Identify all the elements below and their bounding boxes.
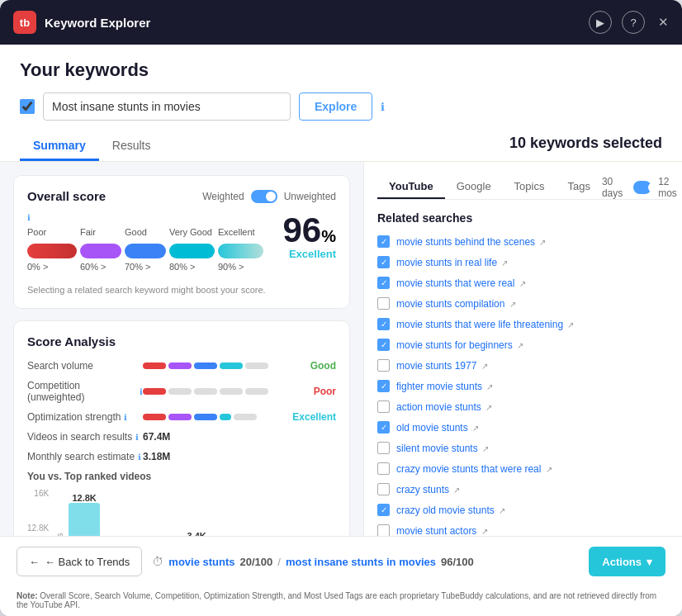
bar-poor (27, 244, 77, 258)
related-item: crazy movie stunts that were real ↗ (377, 460, 669, 477)
score-title: Overall score (27, 189, 106, 203)
related-checkbox[interactable]: ✓ (377, 421, 390, 434)
time-toggle-switch[interactable] (633, 181, 652, 194)
note-text: Note: Overall Score, Search Volume, Comp… (0, 586, 682, 616)
analysis-row-monthly: Monthly search estimate ℹ 3.18M (27, 451, 336, 462)
related-text[interactable]: movie stunts in real life ↗ (396, 257, 669, 268)
titlebar: tb Keyword Explorer ▶ ? ✕ (0, 0, 682, 45)
related-text[interactable]: movie stunts behind the scenes ↗ (396, 236, 669, 248)
related-text[interactable]: action movie stunts ↗ (396, 401, 669, 413)
bar-verygood (169, 244, 215, 258)
scale-info-icon: ℹ (27, 213, 31, 222)
score-scale-bars (27, 244, 263, 258)
related-text[interactable]: movie stunt actors ↗ (396, 525, 669, 537)
app-title: Keyword Explorer (45, 16, 589, 30)
clock-icon: ⏱ (152, 555, 163, 568)
related-checkbox[interactable]: ✓ (377, 235, 390, 248)
related-text[interactable]: crazy stunts ↗ (396, 484, 669, 495)
search-row: Explore ℹ (20, 92, 662, 121)
related-checkbox[interactable]: ✓ (377, 256, 390, 268)
external-link-icon: ↗ (472, 424, 479, 433)
related-item: ✓movie stunts for beginners ↗ (377, 336, 669, 353)
label-monthly: Monthly search estimate ℹ (27, 451, 143, 462)
help-icon[interactable]: ? (622, 11, 645, 34)
related-checkbox[interactable] (377, 483, 390, 495)
related-text[interactable]: movie stunts that were real ↗ (396, 277, 669, 289)
chart-area: You vs. Top ranked videos 16K 12.8K 0 Vi… (27, 471, 336, 536)
play-icon[interactable]: ▶ (589, 11, 612, 34)
score-number: 96 (282, 211, 321, 249)
bar-good (125, 244, 166, 258)
keyword-checkbox[interactable] (20, 99, 35, 114)
external-link-icon: ↗ (481, 527, 488, 536)
tab-results[interactable]: Results (99, 132, 164, 161)
scale-pct-labels: 0% > 60% > 70% > 80% > 90% > (27, 262, 263, 272)
related-text[interactable]: old movie stunts ↗ (396, 422, 669, 434)
keywords-count: 10 keywords selected (509, 135, 662, 159)
related-checkbox[interactable] (377, 442, 390, 454)
related-checkbox[interactable]: ✓ (377, 380, 390, 392)
left-panel: Overall score Weighted Unweighted ℹ (0, 162, 363, 536)
pct-good: 70% > (125, 262, 166, 272)
tab-google[interactable]: Google (445, 175, 503, 199)
result-optimization: Excellent (287, 411, 336, 423)
label-poor: Poor (27, 227, 77, 237)
related-text[interactable]: fighter movie stunts ↗ (396, 381, 669, 392)
bar-v5 (245, 362, 268, 369)
related-checkbox[interactable]: ✓ (377, 318, 390, 330)
related-checkbox[interactable] (377, 297, 390, 310)
explore-button[interactable]: Explore (299, 92, 372, 121)
close-icon[interactable]: ✕ (658, 15, 669, 30)
related-item: movie stunt actors ↗ (377, 522, 669, 536)
actions-button[interactable]: Actions ▾ (589, 547, 665, 576)
bottom-bar: ← ← Back to Trends ⏱ movie stunts 20/100… (0, 536, 682, 586)
related-item: ✓movie stunts that were life threatening… (377, 315, 669, 333)
related-text[interactable]: crazy old movie stunts ↗ (396, 505, 669, 516)
related-checkbox[interactable] (377, 400, 390, 413)
bc-sep: / (277, 556, 281, 568)
search-input[interactable] (43, 92, 291, 121)
bar-v3 (194, 362, 217, 369)
bc-link2[interactable]: most insane stunts in movies (286, 556, 436, 568)
app-window: tb Keyword Explorer ▶ ? ✕ Your keywords … (0, 0, 682, 616)
back-button[interactable]: ← ← Back to Trends (17, 547, 142, 576)
external-link-icon: ↗ (486, 382, 493, 391)
related-item: ✓movie stunts that were real ↗ (377, 274, 669, 291)
scale-labels: Poor Fair Good Very Good Excellent (27, 227, 263, 237)
bc-score1: 20/100 (240, 556, 273, 568)
label-videos: Videos in search results ℹ (27, 431, 143, 443)
tab-youtube[interactable]: YouTube (377, 175, 445, 199)
score-display: 96% Excellent (282, 213, 336, 260)
score-percent: % (321, 227, 336, 245)
related-item: movie stunts 1977 ↗ (377, 357, 669, 374)
related-checkbox[interactable]: ✓ (377, 277, 390, 289)
unweighted-label: Unweighted (284, 191, 336, 202)
weighted-toggle-switch[interactable] (251, 190, 277, 203)
score-header: Overall score Weighted Unweighted (27, 189, 336, 203)
bar-avg-val: 12.8K (72, 493, 96, 503)
related-checkbox[interactable] (377, 359, 390, 372)
bar-c3 (194, 388, 217, 395)
tab-topics[interactable]: Topics (503, 175, 556, 199)
related-item: movie stunts compilation ↗ (377, 295, 669, 312)
related-text[interactable]: movie stunts for beginners ↗ (396, 339, 669, 351)
y-axis-title: Views (55, 489, 65, 536)
info-row: ℹ (27, 213, 263, 222)
external-link-icon: ↗ (546, 465, 552, 474)
tab-summary[interactable]: Summary (20, 132, 99, 161)
bc-link1[interactable]: movie stunts (168, 556, 234, 568)
time-toggle: 30 days 12 mos (602, 176, 681, 199)
tab-tags[interactable]: Tags (556, 175, 601, 199)
related-text[interactable]: crazy movie stunts that were real ↗ (396, 463, 669, 475)
platform-tabs: YouTube Google Topics Tags 30 days 12 mo… (377, 175, 669, 200)
related-checkbox[interactable] (377, 462, 390, 475)
chart-wrapper: 16K 12.8K 0 Views 12.8K (27, 489, 336, 536)
related-text[interactable]: movie stunts compilation ↗ (396, 298, 669, 310)
related-checkbox[interactable]: ✓ (377, 339, 390, 351)
related-text[interactable]: movie stunts 1977 ↗ (396, 360, 669, 372)
related-text[interactable]: silent movie stunts ↗ (396, 443, 669, 454)
related-text[interactable]: movie stunts that were life threatening … (396, 319, 669, 330)
related-checkbox[interactable] (377, 524, 390, 536)
related-checkbox[interactable]: ✓ (377, 504, 390, 516)
weighted-label: Weighted (202, 191, 244, 202)
